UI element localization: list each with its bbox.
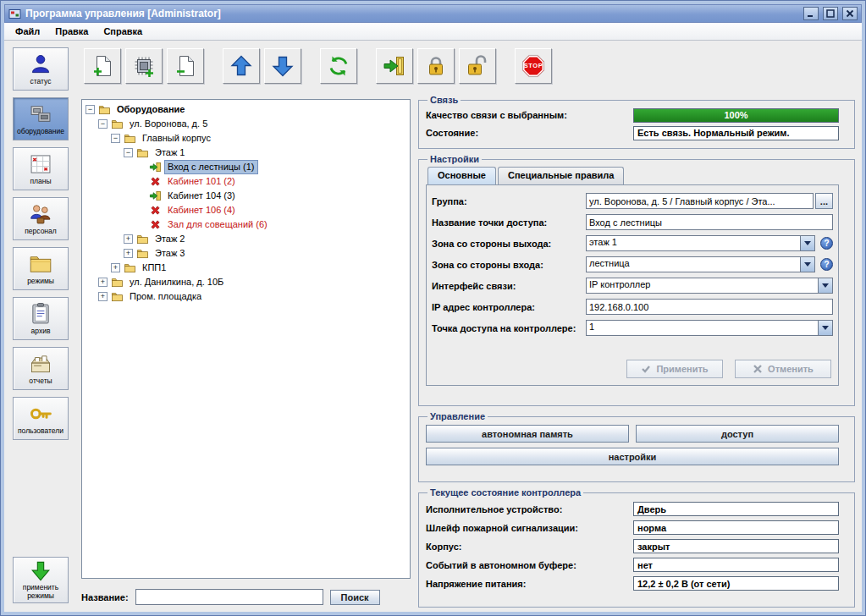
search-input[interactable] bbox=[135, 589, 323, 605]
tree-node[interactable]: Зал для совещаний (6) bbox=[82, 217, 410, 232]
search-button[interactable]: Поиск bbox=[330, 590, 380, 605]
tab-main[interactable]: Основные bbox=[427, 167, 496, 184]
sidebar-item-personnel[interactable]: персонал bbox=[13, 197, 69, 240]
close-button[interactable] bbox=[842, 7, 858, 20]
lock-button[interactable] bbox=[417, 48, 455, 84]
field-combo-2[interactable]: этаж 1 bbox=[586, 235, 815, 251]
sidebar-item-modes[interactable]: режимы bbox=[13, 247, 69, 290]
unlock-button[interactable] bbox=[459, 48, 496, 84]
field-input-5[interactable] bbox=[586, 299, 833, 315]
tree-node[interactable]: +ул. Данилкина, д. 10Б bbox=[82, 275, 410, 289]
help-button[interactable]: ? bbox=[820, 258, 833, 271]
apply-modes-button[interactable]: применить режимы bbox=[13, 557, 69, 603]
menu-help[interactable]: Справка bbox=[96, 25, 150, 38]
tree-node-label: Главный корпус bbox=[140, 132, 213, 145]
link-quality-row: Качество связи с выбранным: 100% bbox=[426, 107, 839, 123]
cancel-button[interactable]: Отменить bbox=[735, 360, 831, 378]
maximize-button[interactable] bbox=[823, 7, 838, 20]
add-node-button[interactable] bbox=[84, 48, 121, 84]
controller-state-group: Текущее состояние контроллера Исполнител… bbox=[418, 487, 855, 608]
progress-text: 100% bbox=[634, 109, 838, 122]
settings-button[interactable]: настройки bbox=[426, 448, 839, 465]
move-down-button[interactable] bbox=[264, 48, 301, 84]
toolbar-group bbox=[223, 48, 301, 84]
tree-node[interactable]: −Этаж 1 bbox=[82, 146, 410, 160]
person-icon bbox=[29, 52, 52, 76]
tree-node[interactable]: −Главный корпус bbox=[82, 131, 410, 146]
link-state-value: Есть связь. Нормальный режим. bbox=[633, 126, 839, 140]
field-combo-4[interactable]: IP контроллер bbox=[586, 278, 833, 294]
tree-node[interactable]: +КПП1 bbox=[82, 261, 410, 275]
link-quality-progress: 100% bbox=[633, 108, 839, 123]
sidebar-item-reports[interactable]: отчеты bbox=[13, 347, 69, 390]
field-combo-6[interactable]: 1 bbox=[586, 320, 833, 336]
remove-node-button[interactable] bbox=[167, 48, 204, 84]
expand-handle-icon[interactable]: + bbox=[124, 234, 133, 244]
folder-icon bbox=[111, 118, 124, 130]
tree-node[interactable]: Кабинет 104 (3) bbox=[82, 189, 410, 203]
collapse-handle-icon[interactable]: − bbox=[111, 134, 120, 143]
field-label: IP адрес контроллера: bbox=[432, 302, 535, 312]
combo-arrow-button[interactable] bbox=[800, 257, 814, 272]
state-value: нет bbox=[633, 558, 839, 572]
field-input-1[interactable] bbox=[586, 214, 833, 230]
add-controller-button[interactable] bbox=[125, 48, 163, 84]
window-title: Программа управления [Administrator] bbox=[25, 8, 799, 19]
sidebar-item-archive[interactable]: архив bbox=[13, 297, 69, 340]
field-combo-3[interactable]: лестница bbox=[586, 256, 815, 272]
right-panel: Связь Качество связи с выбранным: 100% С… bbox=[418, 95, 855, 613]
management-group-title: Управление bbox=[427, 411, 488, 421]
equipment-tree[interactable]: −Оборудование−ул. Воронова, д. 5−Главный… bbox=[81, 99, 411, 579]
refresh-button[interactable] bbox=[320, 48, 357, 84]
apply-modes-label: применить режимы bbox=[14, 584, 68, 601]
minimize-button[interactable] bbox=[803, 7, 819, 20]
stop-button[interactable]: STOP bbox=[515, 48, 552, 84]
field-control bbox=[586, 214, 833, 230]
settings-field-row: IP адрес контроллера: bbox=[432, 298, 833, 316]
move-up-button[interactable] bbox=[223, 48, 260, 84]
collapse-handle-icon[interactable]: − bbox=[98, 119, 108, 129]
link-state-label: Состояние: bbox=[426, 128, 478, 138]
state-value: норма bbox=[633, 520, 839, 535]
sidebar-item-equipment[interactable]: оборудование bbox=[13, 97, 69, 140]
collapse-handle-icon[interactable]: − bbox=[124, 148, 133, 157]
expand-handle-icon[interactable]: + bbox=[98, 292, 108, 301]
sidebar-item-users[interactable]: пользователи bbox=[13, 397, 69, 440]
search-label: Название: bbox=[81, 592, 129, 602]
sidebar-item-plans[interactable]: планы bbox=[13, 147, 69, 190]
combo-arrow-button[interactable] bbox=[818, 278, 832, 293]
access-point-button[interactable] bbox=[376, 48, 413, 84]
menu-edit[interactable]: Правка bbox=[47, 25, 96, 38]
expand-handle-icon[interactable]: + bbox=[124, 249, 133, 258]
apply-button[interactable]: Применить bbox=[626, 360, 723, 378]
menu-file[interactable]: Файл bbox=[8, 25, 47, 38]
tab-special-rules[interactable]: Специальные правила bbox=[498, 167, 624, 184]
tree-node[interactable]: Вход с лестницы (1) bbox=[82, 160, 410, 174]
tree-node-label: Этаж 2 bbox=[152, 233, 187, 245]
combo-arrow-button[interactable] bbox=[818, 321, 832, 335]
expand-handle-icon[interactable]: + bbox=[111, 263, 120, 272]
tree-node[interactable]: Кабинет 101 (2) bbox=[82, 174, 410, 189]
browse-button[interactable]: ... bbox=[815, 193, 833, 209]
access-button[interactable]: доступ bbox=[636, 425, 839, 443]
tree-node[interactable]: +Пром. площадка bbox=[82, 289, 410, 304]
tree-node[interactable]: −ул. Воронова, д. 5 bbox=[82, 117, 410, 131]
tree-node[interactable]: −Оборудование bbox=[82, 102, 410, 117]
tree-node[interactable]: +Этаж 3 bbox=[82, 246, 410, 261]
field-label: Интерфейс связи: bbox=[432, 281, 516, 291]
sidebar-item-status[interactable]: статус bbox=[13, 47, 69, 91]
access-point-icon bbox=[149, 161, 162, 173]
collapse-handle-icon[interactable]: − bbox=[85, 105, 95, 114]
folder-icon bbox=[136, 233, 149, 245]
autonomous-memory-button[interactable]: автономная память bbox=[426, 425, 629, 443]
folder-icon bbox=[124, 132, 136, 145]
field-input-0[interactable] bbox=[586, 193, 814, 209]
cancel-cross-icon bbox=[753, 364, 763, 374]
expand-handle-icon[interactable]: + bbox=[98, 278, 108, 287]
disconnected-icon bbox=[149, 204, 162, 217]
search-row: Название: Поиск bbox=[81, 589, 411, 605]
tree-node[interactable]: +Этаж 2 bbox=[82, 232, 410, 246]
help-button[interactable]: ? bbox=[820, 237, 833, 250]
tree-node[interactable]: Кабинет 106 (4) bbox=[82, 203, 410, 217]
combo-arrow-button[interactable] bbox=[800, 236, 814, 250]
